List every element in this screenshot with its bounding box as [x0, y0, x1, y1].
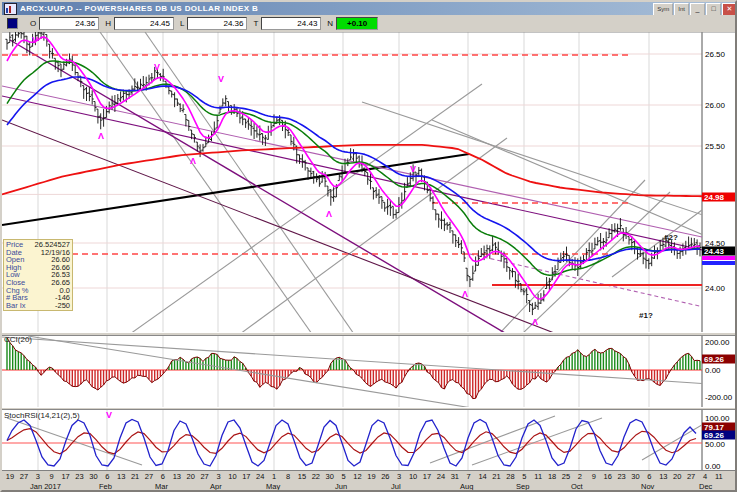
date-tick: 15	[298, 472, 306, 481]
app-icon	[4, 3, 17, 15]
date-tick: 11	[534, 472, 542, 481]
pivot-high-marker: V	[32, 35, 38, 45]
quote-field-label: N	[327, 19, 333, 28]
date-tick: 14	[478, 472, 486, 481]
pivot-low-marker: Λ	[532, 317, 538, 327]
pivot-high-marker: V	[106, 410, 112, 420]
panel-splitter-1[interactable]	[2, 332, 737, 336]
month-label: Oct	[571, 482, 583, 491]
net-change-value: +0.10	[336, 17, 378, 30]
price-axis-label: 26.50	[705, 50, 725, 59]
date-tick: 10	[409, 472, 417, 481]
panel-splitter-2[interactable]	[2, 407, 737, 410]
date-tick: 30	[326, 472, 334, 481]
quote-field-value: 24.36	[187, 17, 247, 30]
cci-axis-label: -200.00	[705, 393, 732, 402]
stoch-axis-label: 50.00	[705, 440, 725, 449]
quote-field-value: 24.43	[261, 17, 321, 30]
date-tick: 3	[397, 472, 401, 481]
chart-canvas[interactable]: VVVVΛΛΛΛΛVΛ	[2, 32, 737, 492]
date-tick: 30	[631, 472, 639, 481]
date-tick: 13	[173, 472, 181, 481]
date-tick: 3	[216, 472, 220, 481]
month-label: May	[266, 482, 280, 491]
date-tick: 5	[522, 472, 526, 481]
date-axis[interactable]: 1927391723306132127613202731017241815223…	[2, 470, 737, 492]
date-tick: 24	[437, 472, 445, 481]
date-tick: 27	[200, 472, 208, 481]
pivot-low-marker: Λ	[326, 209, 332, 219]
date-tick: 6	[161, 472, 165, 481]
quote-field-label: L	[180, 19, 184, 28]
date-tick: 9	[592, 472, 596, 481]
date-tick: 3	[36, 472, 40, 481]
date-tick: 26	[381, 472, 389, 481]
date-tick: 27	[20, 472, 28, 481]
cci-value-tag: 69.26	[702, 355, 737, 364]
date-tick: 8	[286, 472, 290, 481]
chart-window: ARCX:UUP,D -- POWERSHARES DB US DOLLAR I…	[0, 0, 737, 492]
date-tick: 6	[647, 472, 651, 481]
tooltip-row: Bar Ix-250	[6, 302, 70, 310]
date-tick: 19	[367, 472, 375, 481]
cci-axis-label: 200.00	[705, 338, 729, 347]
date-tick: 17	[61, 472, 69, 481]
date-tick: 10	[228, 472, 236, 481]
quote-bar: O24.36H24.45L24.36T24.43N+0.10	[2, 15, 737, 33]
price-value-tag: 24.43	[702, 247, 737, 256]
date-tick: 5	[342, 472, 346, 481]
date-tick: 9	[50, 472, 54, 481]
quote-field-value: 24.36	[39, 17, 99, 30]
date-tick: 1	[272, 472, 276, 481]
stoch-value-tag: 69.26	[702, 431, 737, 440]
ma-value-band	[702, 256, 737, 260]
date-tick: 20	[673, 472, 681, 481]
date-tick: 21	[492, 472, 500, 481]
date-tick: 12	[353, 472, 361, 481]
date-tick: 19	[6, 472, 14, 481]
month-label: Dec	[699, 482, 712, 491]
date-tick: 23	[617, 472, 625, 481]
date-tick: 27	[687, 472, 695, 481]
quote-field-label: H	[105, 19, 111, 28]
date-tick: 28	[506, 472, 514, 481]
cci-axis-label: 0.00	[705, 366, 721, 375]
month-label: Apr	[210, 482, 222, 491]
date-tick: 11	[715, 472, 723, 481]
date-tick: 31	[451, 472, 459, 481]
month-label: Jan 2017	[30, 482, 61, 491]
stoch-axis-label: 0.00	[705, 462, 721, 471]
date-tick: 2	[578, 472, 582, 481]
date-tick: 30	[89, 472, 97, 481]
wave-count-annotation: #1?	[639, 311, 653, 320]
pivot-high-marker: V	[410, 164, 416, 174]
date-tick: 22	[312, 472, 320, 481]
date-tick: 21	[131, 472, 139, 481]
chart-plot-area[interactable]: VVVVΛΛΛΛΛVΛ	[2, 32, 737, 492]
month-label: Jul	[391, 482, 401, 491]
bar-data-tooltip: Price26.524527Date12/19/16Open26.60High2…	[3, 239, 73, 311]
date-tick: 24	[256, 472, 264, 481]
date-tick: 23	[75, 472, 83, 481]
month-label: Aug	[460, 482, 473, 491]
quote-field-label: O	[30, 19, 36, 28]
ma-value-band	[702, 261, 737, 265]
month-label: Sep	[516, 482, 529, 491]
pivot-high-marker: V	[218, 74, 224, 84]
wave-count-annotation: #2?	[664, 233, 678, 242]
date-tick: 17	[242, 472, 250, 481]
month-label: Mar	[155, 482, 168, 491]
price-axis-label: 24.00	[705, 284, 725, 293]
date-tick: 25	[562, 472, 570, 481]
pivot-low-marker: Λ	[190, 156, 196, 166]
symbol-color-swatch[interactable]	[7, 18, 18, 29]
date-tick: 18	[548, 472, 556, 481]
date-tick: 7	[467, 472, 471, 481]
quote-field-label: T	[253, 19, 258, 28]
month-label: Nov	[641, 482, 654, 491]
date-tick: 4	[703, 472, 707, 481]
date-tick: 16	[604, 472, 612, 481]
pivot-low-marker: Λ	[462, 289, 468, 299]
title-bar[interactable]: ARCX:UUP,D -- POWERSHARES DB US DOLLAR I…	[2, 2, 737, 15]
window-title: ARCX:UUP,D -- POWERSHARES DB US DOLLAR I…	[20, 4, 258, 13]
